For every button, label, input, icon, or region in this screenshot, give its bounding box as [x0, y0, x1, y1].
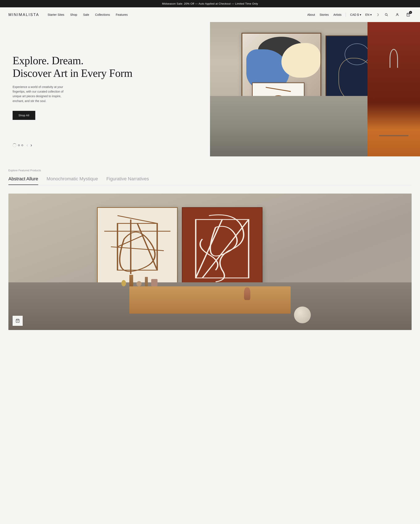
header-divider — [346, 13, 346, 17]
section-label: Explore Featured Products — [9, 169, 411, 172]
user-icon — [395, 13, 399, 17]
svg-point-2 — [397, 13, 398, 15]
svg-line-4 — [266, 87, 291, 92]
currency-selector[interactable]: CAD $ ▾ — [350, 13, 361, 16]
nav-about[interactable]: About — [307, 13, 315, 16]
slide-dot-1[interactable] — [18, 144, 20, 146]
next-slide-button[interactable]: › — [30, 143, 32, 148]
announcement-text: Midseason Sale: 20% Off — Auto Applied a… — [162, 2, 258, 5]
announcement-bar: Midseason Sale: 20% Off — Auto Applied a… — [0, 0, 420, 7]
cart-button[interactable]: 0 — [405, 11, 411, 18]
language-selector[interactable]: EN ▾ — [365, 13, 372, 16]
svg-point-0 — [385, 13, 387, 16]
hero-section: Explore. Dream. Discover Art in Every Fo… — [0, 22, 420, 157]
featured-collection-image — [9, 193, 411, 330]
svg-line-1 — [387, 15, 388, 16]
nav-stories[interactable]: Stories — [320, 13, 329, 16]
moon-icon: ☽ — [376, 13, 379, 17]
shop-all-button[interactable]: Shop All — [13, 111, 35, 120]
nav-shop[interactable]: Shop — [70, 13, 77, 16]
currency-chevron-icon: ▾ — [360, 13, 361, 16]
prev-slide-button[interactable]: ‹ — [26, 143, 28, 148]
nav-starter-sites[interactable]: Starter Sites — [48, 13, 64, 16]
lang-chevron-icon: ▾ — [370, 13, 372, 16]
display-objects — [121, 275, 158, 286]
slide-dot-2[interactable] — [21, 144, 23, 146]
tab-figurative-narratives[interactable]: Figurative Narratives — [106, 176, 149, 185]
nav-collections[interactable]: Collections — [95, 13, 110, 16]
search-button[interactable] — [383, 11, 390, 18]
hero-content: Explore. Dream. Discover Art in Every Fo… — [0, 22, 210, 157]
site-header: MINIMALISTA Starter Sites Shop Sale Coll… — [0, 7, 420, 22]
svg-line-11 — [111, 247, 164, 251]
cart-count: 0 — [409, 11, 412, 14]
logo[interactable]: MINIMALISTA — [9, 13, 39, 17]
chevron-right-icon: › — [30, 143, 32, 148]
tab-abstract-allure[interactable]: Abstract Allure — [9, 176, 38, 185]
main-nav: Starter Sites Shop Sale Collections Feat… — [48, 13, 128, 16]
collection-tabs: Abstract Allure Monochromatic Mystique F… — [9, 176, 411, 185]
hero-subtitle: Experience a world of creativity at your… — [13, 85, 71, 104]
nav-features[interactable]: Features — [116, 13, 128, 16]
search-icon — [385, 13, 388, 17]
slide-loader — [13, 143, 16, 147]
chevron-left-icon: ‹ — [26, 143, 28, 148]
header-right: About Stories Artists CAD $ ▾ EN ▾ ☽ — [307, 11, 411, 18]
secondary-nav: About Stories Artists — [307, 13, 341, 16]
products-section: Explore Featured Products Abstract Allur… — [0, 157, 420, 343]
hero-image — [210, 22, 420, 157]
svg-line-13 — [137, 223, 157, 270]
cart-corner-button[interactable] — [13, 316, 23, 326]
tab-monochromatic-mystique[interactable]: Monochromatic Mystique — [47, 176, 98, 185]
hero-title: Explore. Dream. Discover Art in Every Fo… — [13, 54, 197, 79]
dark-mode-button[interactable]: ☽ — [376, 13, 379, 17]
account-button[interactable] — [394, 11, 401, 18]
svg-line-8 — [118, 216, 157, 223]
hero-controls: ‹ › — [13, 143, 32, 148]
header-left: MINIMALISTA Starter Sites Shop Sale Coll… — [9, 13, 128, 17]
nav-artists[interactable]: Artists — [333, 13, 341, 16]
nav-sale[interactable]: Sale — [83, 13, 89, 16]
currency-label: CAD $ — [350, 13, 359, 16]
shopping-bag-icon — [16, 319, 20, 323]
hero-dots — [13, 143, 23, 147]
hero-arrows: ‹ › — [26, 143, 32, 148]
language-label: EN — [365, 13, 369, 16]
